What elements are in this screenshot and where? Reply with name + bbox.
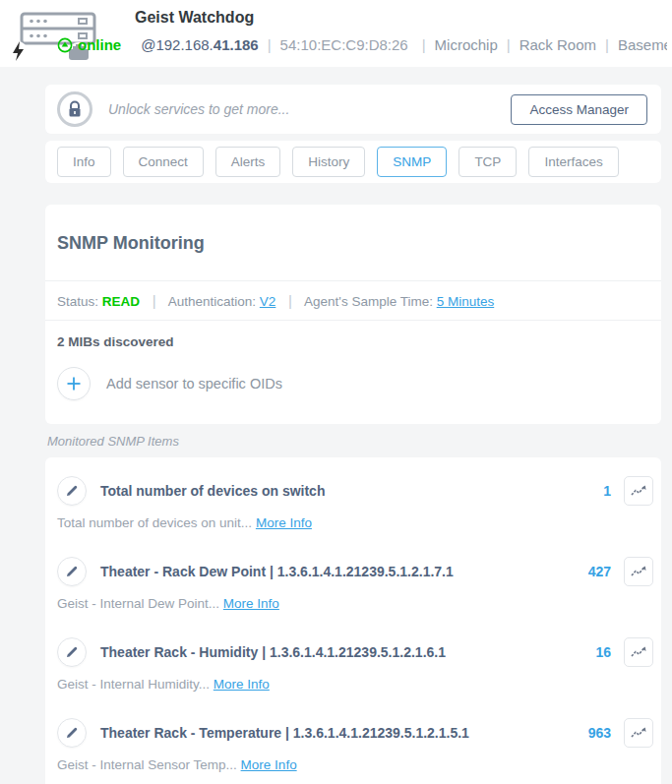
- trend-chart-icon[interactable]: [624, 637, 653, 667]
- item-description: Geist - Internal Dew Point... More Info: [57, 596, 653, 611]
- add-sensor-label: Add sensor to specific OIDs: [106, 376, 282, 392]
- mibs-section: 2 MIBs discovered Add sensor to specific…: [45, 321, 661, 424]
- tab-tcp[interactable]: TCP: [458, 147, 517, 177]
- edit-pencil-icon[interactable]: [57, 476, 87, 506]
- tag-location[interactable]: Rack Room: [519, 36, 596, 53]
- snmp-heading-row: SNMP Monitoring: [45, 205, 661, 281]
- separator: |: [153, 292, 156, 309]
- separator: |: [422, 36, 426, 53]
- separator: |: [507, 36, 511, 53]
- device-header: Geist Watchdog online @192.168.41.186 | …: [0, 0, 672, 67]
- more-info-link[interactable]: More Info: [223, 596, 279, 611]
- item-value: 427: [588, 564, 611, 579]
- unlock-message: Unlock services to get more...: [108, 101, 511, 117]
- tab-connect[interactable]: Connect: [123, 147, 204, 177]
- tab-interfaces[interactable]: Interfaces: [528, 147, 618, 177]
- more-info-link[interactable]: More Info: [241, 757, 297, 772]
- item-value: 16: [595, 644, 611, 660]
- tab-info[interactable]: Info: [57, 147, 111, 177]
- item-value: 1: [603, 483, 611, 499]
- status-badge: online: [57, 36, 121, 53]
- snmp-item: Total number of devices on switch 1 Tota…: [57, 465, 653, 546]
- online-up-icon: [57, 37, 73, 53]
- item-description: Geist - Internal Sensor Temp... More Inf…: [57, 757, 653, 772]
- add-sensor-row[interactable]: Add sensor to specific OIDs: [57, 367, 641, 400]
- auth-version-link[interactable]: V2: [260, 294, 276, 309]
- lock-icon: [57, 91, 92, 127]
- edit-pencil-icon[interactable]: [57, 718, 87, 748]
- trend-chart-icon[interactable]: [624, 476, 653, 506]
- item-title: Theater - Rack Dew Point | 1.3.6.1.4.1.2…: [100, 564, 588, 579]
- auth-label: Authentication:: [168, 294, 256, 309]
- separator: |: [268, 36, 272, 53]
- mibs-discovered-count: 2 MIBs discovered: [57, 334, 641, 349]
- snmp-item: Theater Rack - Humidity | 1.3.6.1.4.1.21…: [57, 627, 653, 707]
- monitored-items-label: Monitored SNMP Items: [47, 434, 661, 449]
- edit-pencil-icon[interactable]: [57, 557, 87, 586]
- status-label: Status:: [57, 294, 98, 309]
- snmp-monitoring-card: SNMP Monitoring Status: READ | Authentic…: [45, 205, 661, 424]
- snmp-heading: SNMP Monitoring: [57, 233, 641, 254]
- status-text: online: [78, 36, 121, 53]
- device-mac: 54:10:EC:C9:D8:26: [280, 36, 408, 53]
- edit-pencil-icon[interactable]: [57, 637, 87, 667]
- sample-time-link[interactable]: 5 Minutes: [437, 294, 495, 309]
- more-info-link[interactable]: More Info: [256, 515, 312, 530]
- snmp-item: Theater - Rack Dew Point | 1.3.6.1.4.1.2…: [57, 546, 653, 627]
- snmp-status-row: Status: READ | Authentication: V2 | Agen…: [45, 281, 661, 321]
- more-info-link[interactable]: More Info: [214, 677, 270, 692]
- item-title: Total number of devices on switch: [100, 483, 603, 499]
- status-value: READ: [102, 294, 140, 309]
- unlock-services-banner: Unlock services to get more... Access Ma…: [45, 85, 661, 134]
- device-ip: @192.168.41.186: [141, 36, 259, 53]
- tag-vendor[interactable]: Microchip: [435, 36, 498, 53]
- trend-chart-icon[interactable]: [624, 718, 653, 748]
- separator: |: [288, 292, 292, 309]
- item-title: Theater Rack - Temperature | 1.3.6.1.4.1…: [100, 725, 588, 741]
- monitored-items-card: Total number of devices on switch 1 Tota…: [45, 457, 661, 784]
- page-title: Geist Watchdog: [135, 9, 254, 27]
- tab-alerts[interactable]: Alerts: [215, 147, 281, 177]
- device-tabs: Info Connect Alerts History SNMP TCP Int…: [45, 141, 661, 183]
- item-value: 963: [588, 725, 611, 741]
- trend-chart-icon[interactable]: [624, 557, 653, 586]
- snmp-item: Theater Rack - Temperature | 1.3.6.1.4.1…: [57, 707, 653, 784]
- sample-time-label: Agent's Sample Time:: [304, 294, 433, 309]
- item-description: Geist - Internal Humidity... More Info: [57, 677, 653, 692]
- tab-snmp[interactable]: SNMP: [377, 147, 447, 177]
- item-description: Total number of devices on unit... More …: [57, 515, 653, 530]
- access-manager-button[interactable]: Access Manager: [511, 94, 647, 125]
- separator: |: [605, 36, 609, 53]
- tab-history[interactable]: History: [292, 147, 365, 177]
- plus-icon[interactable]: [57, 367, 91, 400]
- item-title: Theater Rack - Humidity | 1.3.6.1.4.1.21…: [100, 644, 595, 660]
- tag-zone[interactable]: Basement: [618, 36, 667, 53]
